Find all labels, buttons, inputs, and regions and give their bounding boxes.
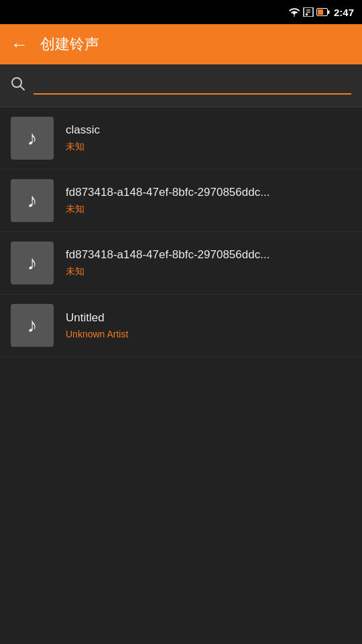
song-list: ♪ classic 未知 ♪ fd873418-a148-47ef-8bfc-2… — [0, 107, 362, 357]
svg-rect-5 — [318, 9, 323, 15]
search-input[interactable] — [34, 77, 351, 95]
song-title: fd873418-a148-47ef-8bfc-2970856ddc... — [66, 248, 269, 262]
status-time: 2:47 — [334, 7, 354, 18]
song-title: classic — [66, 123, 100, 137]
status-bar: 2:47 — [0, 0, 362, 24]
list-item[interactable]: ♪ fd873418-a148-47ef-8bfc-2970856ddc... … — [0, 170, 362, 232]
song-thumbnail: ♪ — [11, 304, 54, 347]
song-info: fd873418-a148-47ef-8bfc-2970856ddc... 未知 — [66, 248, 269, 278]
svg-line-8 — [21, 86, 25, 90]
signal-icon — [303, 7, 314, 17]
song-artist: 未知 — [66, 266, 269, 278]
song-thumbnail: ♪ — [11, 241, 54, 284]
song-artist: Unknown Artist — [66, 329, 128, 339]
music-note-icon: ♪ — [27, 314, 38, 337]
list-item[interactable]: ♪ classic 未知 — [0, 107, 362, 170]
music-note-icon: ♪ — [27, 252, 38, 274]
search-bar — [0, 64, 362, 107]
list-item[interactable]: ♪ Untitled Unknown Artist — [0, 294, 362, 357]
top-bar: ← 创建铃声 — [0, 24, 362, 64]
back-button[interactable]: ← — [11, 34, 28, 55]
page-title: 创建铃声 — [40, 34, 99, 54]
svg-rect-3 — [306, 13, 308, 15]
wifi-icon — [288, 7, 300, 17]
svg-rect-6 — [328, 11, 330, 14]
song-title: fd873418-a148-47ef-8bfc-2970856ddc... — [66, 186, 269, 199]
song-title: Untitled — [66, 311, 128, 325]
song-artist: 未知 — [66, 141, 100, 153]
song-thumbnail: ♪ — [11, 179, 54, 222]
status-icons — [288, 7, 330, 17]
song-info: fd873418-a148-47ef-8bfc-2970856ddc... 未知 — [66, 186, 269, 215]
song-thumbnail: ♪ — [11, 117, 54, 160]
music-note-icon: ♪ — [27, 127, 38, 150]
song-info: Untitled Unknown Artist — [66, 311, 128, 339]
search-icon — [11, 76, 25, 95]
music-note-icon: ♪ — [27, 189, 38, 212]
battery-icon — [316, 8, 330, 16]
list-item[interactable]: ♪ fd873418-a148-47ef-8bfc-2970856ddc... … — [0, 232, 362, 294]
song-info: classic 未知 — [66, 123, 100, 153]
song-artist: 未知 — [66, 203, 269, 215]
